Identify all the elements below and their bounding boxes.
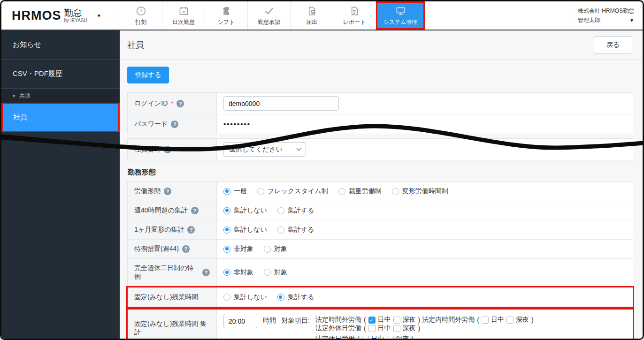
radio-option[interactable]: 非対象 <box>223 268 253 277</box>
help-icon[interactable]: ? <box>191 207 199 214</box>
page-header: 社員 戻る <box>120 30 643 60</box>
tab-attendance-approval[interactable]: 勤怠承認 <box>248 1 291 30</box>
help-icon[interactable]: ? <box>164 188 171 195</box>
annotation-box-fixed-overtime-total: 固定(みなし)残業時間 集計 時間 対象項目: <box>126 308 634 340</box>
daytime-checkbox[interactable] <box>368 325 376 332</box>
tab-report[interactable]: レポート <box>333 1 376 30</box>
top-nav: 打刻 31 日次勤怠 シフト 勤怠承認 <box>120 1 425 30</box>
checkbox-group-within-statutory-overtime: 法定内時間外労働( 日中 深夜 ) <box>422 316 533 324</box>
check-icon <box>263 5 275 16</box>
password-masked-value: •••••••• <box>223 120 251 128</box>
radio-icon <box>223 294 230 301</box>
annotation-box-fixed-overtime: 固定(みなし)残業時間 集計しない 集計する <box>126 286 634 308</box>
radio-option[interactable]: 変形労働時間制 <box>392 187 448 196</box>
calendar-icon: 31 <box>178 5 189 16</box>
help-icon[interactable]: ? <box>171 121 178 128</box>
required-asterisk: * <box>171 100 173 107</box>
monitor-icon <box>395 5 406 16</box>
tab-shift[interactable]: シフト <box>205 1 248 30</box>
page-title: 社員 <box>127 39 144 51</box>
fixed-overtime-hours-input[interactable] <box>223 314 257 328</box>
account-form-table: ログインID * ? パスワード ? <box>127 92 633 134</box>
radio-option[interactable]: 集計する <box>277 293 314 302</box>
login-id-input[interactable] <box>223 96 339 111</box>
report-icon <box>349 5 360 16</box>
night-checkbox[interactable] <box>506 317 514 324</box>
target-items-label: 対象項目: <box>282 314 310 325</box>
radio-icon <box>264 269 271 276</box>
radio-checked-icon <box>223 188 230 195</box>
radio-checked-icon <box>277 294 284 301</box>
brand-dropdown-icon[interactable]: ▼ <box>97 13 101 18</box>
employee-number-select[interactable]: 選択してください <box>223 142 306 157</box>
work-form-table: 労働形態 ? 一般 フレックスタイム制 裁量労働制 変形労働時間制 週40時間超… <box>127 181 633 340</box>
daytime-checkbox[interactable] <box>362 336 369 340</box>
radio-option[interactable]: 一般 <box>223 187 247 196</box>
two-day-weekend-row: 完全週休二日制の特例 ? 非対象 対象 <box>128 259 633 286</box>
document-upload-icon <box>307 5 317 16</box>
radio-option[interactable]: 集計する <box>277 206 314 215</box>
back-button[interactable]: 戻る <box>594 36 632 54</box>
radio-option[interactable]: 対象 <box>264 245 287 253</box>
special-week44-row: 特例措置(週44) ? 非対象 対象 <box>128 240 633 259</box>
help-icon[interactable]: ? <box>182 245 190 253</box>
svg-text:31: 31 <box>182 10 185 14</box>
brand-logo[interactable]: HRMOS 勤怠 by IEYASU ▼ <box>1 1 120 30</box>
radio-icon <box>277 207 284 214</box>
radio-option[interactable]: 対象 <box>264 268 287 277</box>
night-checkbox[interactable] <box>387 336 394 340</box>
help-icon[interactable]: ? <box>176 100 184 107</box>
fixed-overtime-total-row: 固定(みなし)残業時間 集計 時間 対象項目: <box>128 310 633 340</box>
checkbox-group-statutory-overtime: 法定時間外労働( 日中 深夜 ) <box>315 316 420 324</box>
register-button[interactable]: 登録する <box>127 67 169 83</box>
over-40h-row: 週40時間超の集計 ? 集計しない 集計する <box>128 201 633 220</box>
user-menu[interactable]: 株式会社 HRMOS勤怠 管理太郎 ▼ <box>570 1 643 30</box>
main-content: 社員 戻る 登録する ログインID * ? <box>120 30 643 340</box>
radio-option[interactable]: 集計する <box>277 226 314 234</box>
brand-byline: by IEYASU <box>64 18 87 23</box>
password-row: パスワード ? •••••••• <box>128 114 633 134</box>
employee-number-table: 社員番号 ? 選択してください <box>127 138 633 160</box>
radio-icon <box>392 188 399 195</box>
user-dropdown-icon[interactable]: ▼ <box>629 18 634 23</box>
brand-name: HRMOS <box>12 8 61 23</box>
radio-checked-icon <box>223 207 230 214</box>
tab-daily-attendance[interactable]: 31 日次勤怠 <box>162 1 205 30</box>
user-company: 株式会社 HRMOS勤怠 <box>578 7 634 15</box>
radio-option[interactable]: フレックスタイム制 <box>257 187 328 196</box>
radio-checked-icon <box>223 246 230 253</box>
daytime-checkbox[interactable] <box>368 317 376 324</box>
employee-number-row: 社員番号 ? 選択してください <box>128 139 633 160</box>
help-icon[interactable]: ? <box>187 226 195 234</box>
radio-icon <box>257 188 264 195</box>
help-icon[interactable]: ? <box>164 146 171 153</box>
radio-icon <box>338 188 345 195</box>
brand-product: 勤怠 <box>64 8 87 17</box>
clock-icon <box>136 5 146 16</box>
radio-option[interactable]: 集計しない <box>223 226 267 234</box>
night-checkbox[interactable] <box>393 325 400 332</box>
tab-application[interactable]: 届出 <box>291 1 333 30</box>
triangle-down-icon: ▼ <box>12 94 16 98</box>
sidebar-item-csv-pdf-history[interactable]: CSV・PDF履歴 <box>1 60 120 89</box>
sidebar-item-employee[interactable]: 社員 <box>1 103 120 132</box>
work-section-title: 勤務形態 <box>128 168 633 177</box>
radio-option[interactable]: 非対象 <box>223 245 253 253</box>
night-checkbox[interactable] <box>393 317 400 324</box>
sidebar-item-news[interactable]: お知らせ <box>1 30 120 60</box>
checkbox-group-statutory-holiday: 法定休日労働( 日中 深夜 ) <box>315 335 414 340</box>
hours-unit-label: 時間 <box>263 314 276 325</box>
tab-time-clock[interactable]: 打刻 <box>120 1 162 30</box>
help-icon[interactable]: ? <box>202 269 210 276</box>
radio-option[interactable]: 集計しない <box>223 293 267 302</box>
radio-option[interactable]: 裁量労働制 <box>338 187 382 196</box>
radio-icon <box>264 246 271 253</box>
tab-system-admin[interactable]: システム管理 <box>376 1 425 30</box>
radio-option[interactable]: 集計しない <box>223 206 267 215</box>
chevron-down-icon <box>296 148 301 151</box>
sidebar-section-common[interactable]: ▼ 共通 <box>1 89 120 103</box>
work-style-row: 労働形態 ? 一般 フレックスタイム制 裁量労働制 変形労働時間制 <box>128 182 633 201</box>
daytime-checkbox[interactable] <box>482 317 489 324</box>
login-id-row: ログインID * ? <box>128 93 633 114</box>
monthly-variable-row: 1ヶ月変形の集計 ? 集計しない 集計する <box>128 220 633 240</box>
